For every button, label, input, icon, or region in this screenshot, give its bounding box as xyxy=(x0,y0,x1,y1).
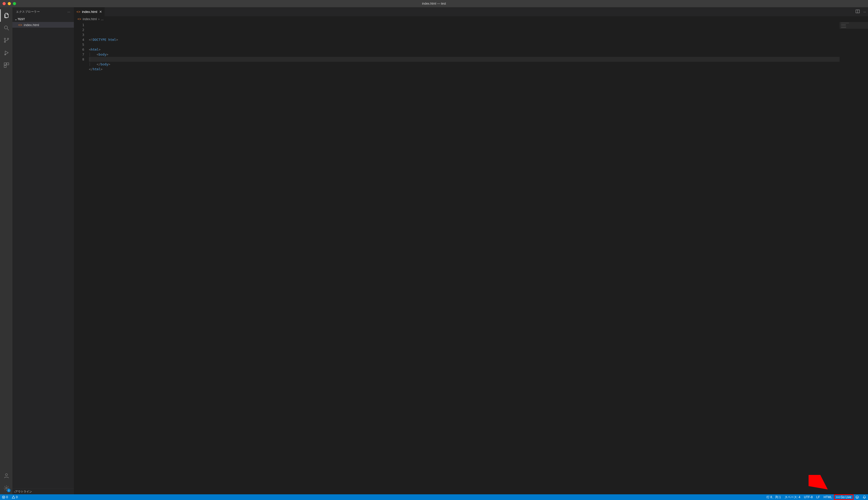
tab-label: index.html xyxy=(82,10,97,14)
activity-explorer[interactable] xyxy=(0,9,13,22)
minimap[interactable] xyxy=(840,22,868,494)
explorer-header: エクスプローラー ··· xyxy=(12,7,74,16)
code-area[interactable]: <!DOCTYPE html> <html>│ <body>│ │ </body… xyxy=(89,22,840,494)
editor-content[interactable]: 12345678 <!DOCTYPE html> <html>│ <body>│… xyxy=(74,22,868,494)
line-number-gutter: 12345678 xyxy=(74,22,89,494)
breadcrumbs[interactable]: <> index.html › ... xyxy=(74,16,868,22)
svg-rect-6 xyxy=(4,63,6,65)
svg-point-18 xyxy=(856,496,859,499)
status-cursor-position[interactable]: 行 8、列 1 xyxy=(765,494,783,500)
status-go-live[interactable]: Go Live xyxy=(834,494,854,500)
extensions-icon xyxy=(3,62,10,68)
status-notifications[interactable] xyxy=(861,494,868,500)
search-icon xyxy=(3,25,10,31)
broadcast-icon xyxy=(836,495,840,499)
status-bar: 0 0 行 8、列 1 スペース: 4 UTF-8 LF HTML Go Liv… xyxy=(0,494,868,500)
close-window-button[interactable] xyxy=(3,2,6,5)
settings-badge: 1 xyxy=(7,489,11,492)
status-warnings[interactable]: 0 xyxy=(10,494,20,500)
status-language[interactable]: HTML xyxy=(822,494,834,500)
svg-point-0 xyxy=(4,26,8,29)
status-feedback[interactable] xyxy=(854,494,861,500)
account-icon xyxy=(3,473,10,479)
svg-point-3 xyxy=(4,41,6,43)
folder-section-toggle[interactable]: ⌄ TEST xyxy=(12,16,74,22)
activity-extensions[interactable] xyxy=(0,59,13,71)
close-tab-button[interactable]: ✕ xyxy=(99,10,102,14)
split-icon xyxy=(856,9,860,13)
status-indentation[interactable]: スペース: 4 xyxy=(783,494,802,500)
svg-rect-8 xyxy=(4,65,6,67)
svg-point-19 xyxy=(857,497,857,497)
svg-point-9 xyxy=(5,474,8,476)
window-title: index.html — test xyxy=(0,2,868,5)
svg-line-1 xyxy=(7,29,9,30)
zoom-window-button[interactable] xyxy=(13,2,16,5)
outline-section-toggle[interactable]: › アウトライン xyxy=(12,489,74,494)
chevron-down-icon: ⌄ xyxy=(14,18,17,21)
bell-icon xyxy=(863,495,866,499)
split-editor-button[interactable] xyxy=(856,9,860,14)
explorer-sidebar: エクスプローラー ··· ⌄ TEST <> index.html › アウトラ… xyxy=(12,7,74,494)
status-errors[interactable]: 0 xyxy=(0,494,10,500)
html-file-icon: <> xyxy=(78,17,81,21)
svg-point-4 xyxy=(8,38,9,39)
go-live-label: Go Live xyxy=(841,495,851,499)
error-icon xyxy=(2,495,5,499)
svg-point-2 xyxy=(4,38,6,39)
file-label: index.html xyxy=(24,23,39,27)
activity-settings[interactable]: 1 xyxy=(0,482,13,494)
git-branch-icon xyxy=(3,37,10,43)
activity-search[interactable] xyxy=(0,22,13,34)
svg-point-20 xyxy=(857,497,858,497)
feedback-icon xyxy=(855,495,859,499)
editor-more-button[interactable]: ··· xyxy=(863,10,866,14)
minimize-window-button[interactable] xyxy=(8,2,11,5)
svg-rect-7 xyxy=(7,63,9,65)
activity-bar: 1 xyxy=(0,7,12,494)
explorer-more-button[interactable]: ··· xyxy=(68,10,70,13)
svg-point-10 xyxy=(6,487,7,489)
explorer-title: エクスプローラー xyxy=(16,10,40,14)
window-controls xyxy=(0,2,16,5)
activity-accounts[interactable] xyxy=(0,469,13,482)
title-bar: index.html — test xyxy=(0,0,868,7)
file-list: <> index.html xyxy=(12,22,74,489)
html-file-icon: <> xyxy=(18,23,22,27)
warning-icon xyxy=(12,495,15,499)
editor-area: <> index.html ✕ ··· <> index.html › ... … xyxy=(74,7,868,494)
svg-point-17 xyxy=(837,497,838,498)
breadcrumb-separator: › xyxy=(98,17,99,21)
tab-bar: <> index.html ✕ ··· xyxy=(74,7,868,16)
status-eol[interactable]: LF xyxy=(814,494,822,500)
activity-run-debug[interactable] xyxy=(0,47,13,59)
error-count: 0 xyxy=(6,495,8,499)
file-item[interactable]: <> index.html xyxy=(12,22,74,28)
warning-count: 0 xyxy=(16,495,18,499)
activity-source-control[interactable] xyxy=(0,34,13,47)
outline-label: アウトライン xyxy=(15,490,32,493)
breadcrumb-trail: ... xyxy=(101,17,104,21)
debug-icon xyxy=(3,50,10,56)
folder-name: TEST xyxy=(17,18,25,21)
breadcrumb-file: index.html xyxy=(83,17,97,21)
files-icon xyxy=(3,12,10,19)
status-encoding[interactable]: UTF-8 xyxy=(802,494,814,500)
html-file-icon: <> xyxy=(77,10,80,14)
tab-index-html[interactable]: <> index.html ✕ xyxy=(74,7,105,16)
